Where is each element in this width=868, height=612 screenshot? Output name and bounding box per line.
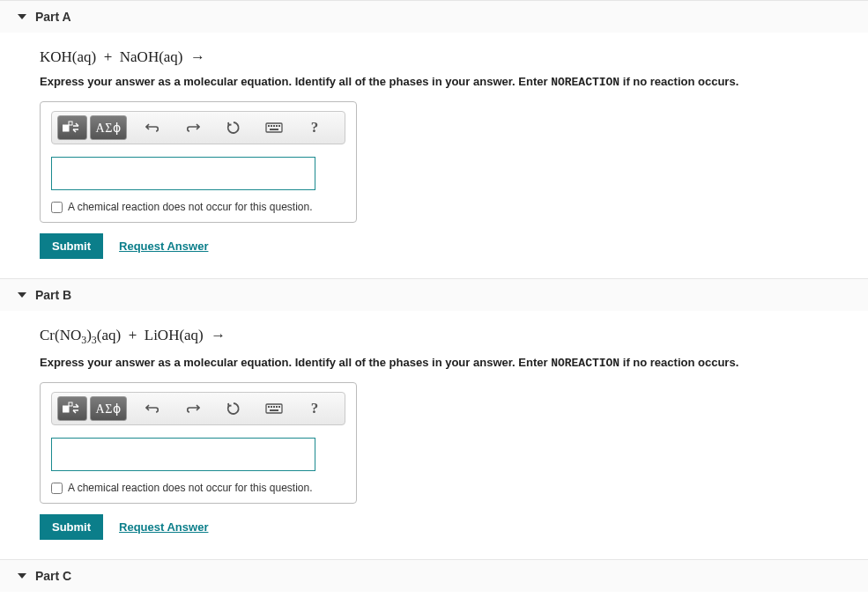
equation-toolbar: ΑΣϕ ?: [51, 392, 345, 425]
svg-rect-21: [271, 406, 272, 408]
instructions-post: if no reaction occurs.: [619, 75, 738, 88]
part-b: Part B Cr(NO3)3(aq) + LiOH(aq) → Express…: [0, 278, 868, 559]
action-row: Submit Request Answer: [40, 514, 850, 540]
no-reaction-label: A chemical reaction does not occur for t…: [68, 482, 312, 494]
answer-input[interactable]: [51, 438, 315, 471]
greek-letters-button[interactable]: ΑΣϕ: [90, 396, 127, 421]
svg-rect-11: [278, 125, 280, 127]
svg-rect-0: [63, 125, 69, 131]
answer-panel: ΑΣϕ ? A chemical reaction doe: [40, 101, 357, 223]
no-reaction-label: A chemical reaction does not occur for t…: [68, 201, 312, 213]
svg-rect-13: [63, 406, 69, 412]
answer-panel: ΑΣϕ ? A chemical reaction doe: [40, 382, 357, 504]
svg-rect-8: [271, 125, 272, 127]
part-body: KOH(aq) + NaOH(aq) → Express your answer…: [0, 33, 868, 278]
keyboard-button[interactable]: [259, 396, 289, 421]
equation: Cr(NO3)3(aq) + LiOH(aq) →: [40, 327, 850, 347]
instructions-pre: Express your answer as a molecular equat…: [40, 75, 551, 88]
part-a: Part A KOH(aq) + NaOH(aq) → Express your…: [0, 0, 868, 278]
undo-button[interactable]: [137, 396, 167, 421]
svg-rect-10: [276, 125, 278, 127]
svg-rect-7: [268, 125, 270, 127]
svg-rect-12: [270, 129, 278, 130]
instructions-code: NOREACTION: [551, 76, 619, 89]
no-reaction-checkbox[interactable]: [51, 202, 63, 213]
no-reaction-row[interactable]: A chemical reaction does not occur for t…: [51, 201, 345, 213]
equation-toolbar: ΑΣϕ ?: [51, 111, 345, 144]
part-header[interactable]: Part B: [0, 279, 868, 311]
help-button[interactable]: ?: [300, 115, 330, 140]
svg-rect-1: [69, 122, 72, 125]
answer-input[interactable]: [51, 157, 315, 190]
part-header[interactable]: Part C: [0, 560, 868, 592]
submit-button[interactable]: Submit: [40, 233, 103, 259]
request-answer-link[interactable]: Request Answer: [119, 520, 208, 534]
svg-rect-6: [266, 123, 282, 132]
caret-down-icon: [18, 292, 26, 298]
submit-button[interactable]: Submit: [40, 514, 103, 540]
request-answer-link[interactable]: Request Answer: [119, 240, 208, 253]
instructions: Express your answer as a molecular equat…: [40, 356, 850, 370]
keyboard-button[interactable]: [259, 115, 289, 140]
no-reaction-checkbox[interactable]: [51, 483, 63, 494]
svg-rect-20: [268, 406, 270, 408]
svg-rect-23: [276, 406, 278, 408]
template-button[interactable]: [57, 115, 87, 140]
part-title: Part A: [35, 10, 71, 24]
part-title: Part B: [35, 288, 71, 302]
redo-button[interactable]: [178, 396, 208, 421]
instructions-code: NOREACTION: [551, 357, 619, 370]
equation: KOH(aq) + NaOH(aq) →: [40, 48, 850, 66]
svg-rect-19: [266, 404, 282, 413]
reset-button[interactable]: [219, 115, 249, 140]
svg-rect-22: [273, 406, 275, 408]
undo-button[interactable]: [137, 115, 167, 140]
part-header[interactable]: Part A: [0, 1, 868, 33]
reset-button[interactable]: [219, 396, 249, 421]
caret-down-icon: [18, 14, 26, 19]
instructions-post: if no reaction occurs.: [619, 356, 738, 369]
svg-rect-9: [273, 125, 275, 127]
help-button[interactable]: ?: [300, 396, 330, 421]
instructions: Express your answer as a molecular equat…: [40, 75, 850, 89]
instructions-pre: Express your answer as a molecular equat…: [40, 356, 551, 369]
svg-rect-14: [69, 402, 72, 406]
svg-rect-25: [270, 409, 278, 411]
part-body: Cr(NO3)3(aq) + LiOH(aq) → Express your a…: [0, 311, 868, 559]
part-title: Part C: [35, 569, 71, 583]
redo-button[interactable]: [178, 115, 208, 140]
part-c: Part C: [0, 559, 868, 592]
no-reaction-row[interactable]: A chemical reaction does not occur for t…: [51, 482, 345, 494]
greek-letters-button[interactable]: ΑΣϕ: [90, 115, 127, 140]
caret-down-icon: [18, 573, 26, 579]
svg-rect-24: [278, 406, 280, 408]
template-button[interactable]: [57, 396, 87, 421]
action-row: Submit Request Answer: [40, 233, 850, 259]
